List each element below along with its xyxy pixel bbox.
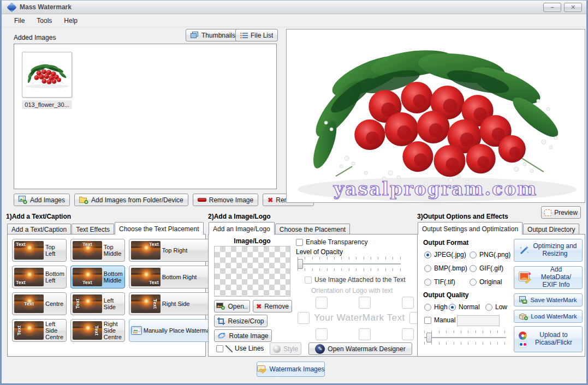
minimize-button[interactable]: – bbox=[543, 3, 561, 12]
open-image-icon bbox=[216, 303, 225, 310]
placement-left-side-button[interactable]: Text Left Side bbox=[70, 292, 125, 315]
thumbnails-button[interactable]: Thumbnails bbox=[186, 29, 240, 41]
logo-preview-area bbox=[214, 246, 290, 297]
open-watermark-designer-button[interactable]: ✎ Open Watermark Designer bbox=[308, 342, 412, 355]
upload-picasa-flickr-button[interactable]: Upload to Picasa/Flickr bbox=[514, 326, 583, 352]
file-list-button[interactable]: File List bbox=[235, 29, 278, 41]
menu-file[interactable]: File bbox=[8, 15, 31, 26]
load-watermark-button[interactable]: Load WaterMark bbox=[514, 310, 583, 323]
quality-ticks-top bbox=[424, 330, 506, 333]
placement-bottom-right-button[interactable]: Text Bottom Right bbox=[129, 266, 217, 288]
crop-icon bbox=[217, 317, 225, 325]
manual-checkbox[interactable]: Manual bbox=[424, 316, 455, 324]
file-list-icon bbox=[240, 32, 248, 39]
output-section-title: 3)Output Options and Effects bbox=[417, 213, 508, 220]
quality-high-radio[interactable]: High bbox=[424, 303, 448, 311]
add-images-from-folder-button[interactable]: Add Images from Folder/Device bbox=[74, 194, 188, 206]
red-x-icon: ✖ bbox=[256, 303, 262, 310]
sunset-thumb-icon: Text bbox=[14, 268, 44, 286]
designer-pen-icon: ✎ bbox=[315, 344, 325, 354]
thumbnails-icon bbox=[191, 32, 199, 39]
format-bmp-radio[interactable]: BMP(.bmp) bbox=[424, 264, 467, 272]
title-bar[interactable]: Mass Watermark – ✕ bbox=[2, 1, 586, 14]
quality-slider[interactable] bbox=[424, 337, 506, 338]
orientation-top-left-box[interactable] bbox=[316, 297, 328, 309]
tab-choose-text-placement[interactable]: Choose the Text Placement bbox=[115, 222, 204, 234]
tab-output-settings[interactable]: Output Settings and Optimization bbox=[418, 222, 522, 234]
use-image-attached-checkbox[interactable]: Use Image Attached to the Text bbox=[305, 276, 406, 284]
watermark-images-icon bbox=[257, 365, 267, 374]
opacity-ticks-bottom bbox=[298, 268, 401, 271]
menu-help[interactable]: Help bbox=[58, 15, 84, 26]
use-lines-box[interactable] bbox=[216, 345, 223, 352]
remove-image-button[interactable]: Remove Image bbox=[193, 194, 258, 206]
format-gif-radio[interactable]: GIF(.gif) bbox=[470, 264, 503, 272]
quality-normal-radio[interactable]: Normal bbox=[449, 303, 480, 311]
remove-logo-button[interactable]: ✖ Remove bbox=[253, 300, 292, 312]
magic-wand-icon bbox=[519, 245, 530, 256]
opacity-slider-thumb[interactable] bbox=[298, 259, 303, 269]
placement-centre-button[interactable]: Text Centre bbox=[12, 292, 67, 315]
use-lines-checkbox[interactable]: Use Lines bbox=[216, 345, 264, 352]
sunset-thumb-icon: Text bbox=[131, 268, 161, 286]
placement-top-left-button[interactable]: Text Top Left bbox=[12, 239, 67, 262]
added-images-list[interactable]: 013_flower_30... bbox=[14, 44, 277, 189]
open-logo-button[interactable]: Open.. bbox=[214, 300, 250, 312]
orientation-top-right-box[interactable] bbox=[402, 297, 414, 309]
orientation-top-center-box[interactable] bbox=[359, 297, 371, 309]
watermark-images-button[interactable]: Watermark Images bbox=[257, 362, 325, 377]
rotate-image-button[interactable]: Rotate Image bbox=[214, 329, 272, 342]
output-panel: Output Format JPEG(.jpg) PNG(.png) BMP(.… bbox=[417, 234, 585, 357]
quality-low-radio[interactable]: Low bbox=[485, 303, 507, 311]
add-images-button[interactable]: Add Images bbox=[14, 194, 70, 206]
placement-left-side-centre-button[interactable]: Text Left Side Centre bbox=[12, 319, 67, 342]
diagonal-line-icon bbox=[225, 345, 233, 352]
save-watermark-button[interactable]: Save WaterMark bbox=[514, 293, 583, 306]
tab-add-text-caption[interactable]: Add a Text/Caption bbox=[7, 224, 71, 234]
opacity-slider[interactable] bbox=[298, 263, 401, 264]
format-png-radio[interactable]: PNG(.png) bbox=[470, 251, 510, 258]
preview-frame-icon bbox=[544, 209, 551, 216]
placement-bottom-left-button[interactable]: Text Bottom Left bbox=[12, 266, 67, 288]
resize-crop-button[interactable]: Resize/Crop bbox=[214, 315, 268, 327]
orientation-mid-left-box[interactable] bbox=[298, 312, 310, 324]
output-format-label: Output Format bbox=[423, 239, 468, 246]
placement-top-right-button[interactable]: Text Top Right bbox=[129, 239, 217, 262]
sunset-thumb-icon: Text bbox=[131, 241, 161, 260]
tab-add-image-logo[interactable]: Add an Image/Logo bbox=[209, 222, 275, 234]
placement-right-side-button[interactable]: Text Right Side bbox=[129, 292, 217, 315]
optimizing-resizing-button[interactable]: Optimizing and Resizing bbox=[514, 239, 583, 262]
enable-transparency-checkbox[interactable]: Enable Transparency bbox=[296, 238, 367, 246]
format-tif-radio[interactable]: TIF(.tif) bbox=[424, 278, 455, 286]
placement-top-middle-button[interactable]: Text Top Middle bbox=[70, 239, 125, 262]
orientation-bottom-right-box[interactable] bbox=[402, 328, 414, 340]
orientation-bottom-left-box[interactable] bbox=[316, 328, 328, 340]
format-jpeg-radio[interactable]: JPEG(.jpg) bbox=[424, 251, 466, 258]
file-thumbnail bbox=[22, 52, 72, 98]
quality-slider-thumb[interactable] bbox=[426, 333, 432, 342]
tab-text-effects[interactable]: Text Effects bbox=[72, 224, 114, 234]
add-metadata-button[interactable]: Add MetaData/ EXIF Info bbox=[514, 266, 583, 289]
format-original-radio[interactable]: Original bbox=[470, 278, 502, 286]
manual-value-field[interactable] bbox=[457, 315, 500, 326]
placement-right-side-centre-button[interactable]: Text Right Side Centre bbox=[70, 319, 125, 342]
image-logo-panel: Image/Logo Open.. ✖ Remove Resize/Crop R… bbox=[208, 234, 418, 357]
menu-tools[interactable]: Tools bbox=[31, 15, 58, 26]
style-button[interactable]: Style bbox=[270, 342, 301, 355]
red-x-icon: ✖ bbox=[268, 196, 273, 204]
tab-choose-placement[interactable]: Choose the Placement bbox=[275, 224, 350, 234]
remove-bar-icon bbox=[198, 198, 206, 202]
output-quality-label: Output Quality bbox=[423, 291, 468, 299]
list-item[interactable]: 013_flower_30... bbox=[19, 52, 75, 109]
window-title: Mass Watermark bbox=[20, 3, 72, 11]
sunset-thumb-icon: Text bbox=[14, 294, 44, 313]
picasa-icon bbox=[519, 332, 527, 340]
save-icon bbox=[519, 296, 527, 304]
manually-place-watermark-button[interactable]: Manually Place Watermark bbox=[129, 319, 217, 342]
preview-button[interactable]: Preview bbox=[541, 206, 581, 219]
placement-bottom-middle-button[interactable]: Text Bottom Middle bbox=[70, 266, 125, 288]
tab-output-directory[interactable]: Output Directory bbox=[523, 224, 579, 234]
load-box-icon bbox=[519, 312, 528, 320]
orientation-bottom-center-box[interactable] bbox=[359, 328, 371, 340]
close-button[interactable]: ✕ bbox=[564, 3, 582, 12]
